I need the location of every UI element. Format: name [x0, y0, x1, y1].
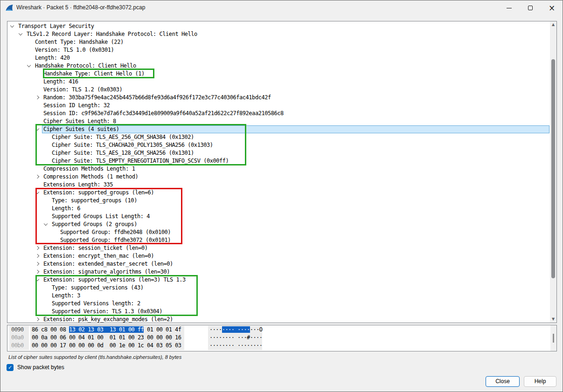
packet-detail-tree: Transport Layer SecurityTLSv1.2 Record L… [7, 22, 556, 323]
hex-bytes[interactable]: 00 00 00 17 00 00 00 0d 00 1e 00 1c 04 0… [32, 342, 181, 350]
tree-row-label: Length: 6 [52, 205, 80, 213]
tree-row[interactable]: Extension: encrypt_then_mac (len=0) [7, 252, 556, 260]
hex-bytes-selected[interactable]: 13 02 13 03 13 01 00 ff [69, 326, 144, 333]
hex-offset: 00a0 [11, 334, 24, 342]
tree-row[interactable]: Session ID Length: 32 [7, 102, 556, 110]
tree-row[interactable]: Cipher Suite: TLS_CHACHA20_POLY1305_SHA2… [7, 141, 556, 149]
tree-row[interactable]: Supported Groups List Length: 4 [7, 213, 556, 220]
tree-row[interactable]: Random: 303ba75f9e4ac245b4457b66d8fe93d6… [7, 94, 556, 102]
tree-row[interactable]: Compression Methods Length: 1 [7, 165, 556, 173]
scroll-up-icon[interactable]: ▲ [550, 21, 556, 28]
chevron-down-icon[interactable] [35, 277, 39, 281]
tree-row[interactable]: Length: 6 [7, 205, 556, 213]
tree-row[interactable]: Compression Methods (1 method) [7, 173, 556, 181]
tree-scrollbar-thumb[interactable] [551, 59, 555, 278]
tree-row[interactable]: TLSv1.2 Record Layer: Handshake Protocol… [7, 30, 556, 38]
tree-row[interactable]: Transport Layer Security [7, 22, 556, 30]
hex-bytes[interactable]: 86 c8 00 08 13 02 13 03 13 01 00 ff 01 0… [32, 326, 181, 334]
tree-row[interactable]: Handshake Type: Client Hello (1) [7, 70, 556, 78]
chevron-down-icon[interactable] [10, 24, 14, 28]
tree-row-label: Cipher Suite: TLS_CHACHA20_POLY1305_SHA2… [52, 141, 213, 149]
tree-row[interactable]: Type: supported_groups (10) [7, 197, 556, 205]
tree-row[interactable]: Version: TLS 1.0 (0x0301) [7, 46, 556, 54]
tree-row[interactable]: Supported Group: ffdhe2048 (0x0100) [7, 228, 556, 236]
ascii-bytes-plain[interactable]: ···O [250, 326, 263, 333]
hex-scrollbar-thumb[interactable] [553, 334, 554, 343]
hex-bytes-plain[interactable]: 01 00 01 4f [144, 326, 181, 333]
chevron-down-icon[interactable] [35, 190, 39, 194]
chevron-down-icon[interactable] [19, 32, 22, 35]
tree-row[interactable]: Cipher Suite: TLS_EMPTY_RENEGOTIATION_IN… [7, 157, 556, 165]
tree-row[interactable]: Length: 420 [7, 54, 556, 62]
tree-row[interactable]: Supported Group: ffdhe3072 (0x0101) [7, 236, 556, 244]
window-title: Wireshark · Packet 5 · ffdhe2048-or-ffdh… [16, 4, 145, 11]
packet-detail-pane[interactable]: Transport Layer SecurityTLSv1.2 Record L… [7, 21, 557, 323]
chevron-down-icon[interactable] [35, 127, 39, 131]
chevron-right-icon[interactable] [35, 254, 39, 258]
hex-row[interactable]: 00a000 0a 00 06 00 04 01 00 01 01 00 23 … [7, 334, 556, 342]
packet-bytes-pane[interactable]: 009086 c8 00 08 13 02 13 03 13 01 00 ff … [7, 325, 557, 351]
chevron-right-icon[interactable] [35, 262, 39, 266]
chevron-right-icon[interactable] [35, 246, 39, 250]
help-button[interactable]: Help [524, 376, 556, 387]
show-packet-bytes-label[interactable]: Show packet bytes [17, 364, 64, 371]
tree-row[interactable]: Type: supported_versions (43) [7, 284, 556, 292]
tree-row[interactable]: Extension: signature_algorithms (len=30) [7, 268, 556, 276]
hex-bytes-plain[interactable]: 86 c8 00 08 [32, 326, 69, 333]
tree-row[interactable]: Extension: psk_key_exchange_modes (len=2… [7, 316, 556, 323]
chevron-right-icon[interactable] [35, 270, 39, 274]
tree-row[interactable]: Extension: extended_master_secret (len=0… [7, 260, 556, 268]
ascii-bytes[interactable]: ········ ········ [209, 342, 262, 350]
tree-row[interactable]: Length: 416 [7, 78, 556, 86]
tree-row-label: Length: 3 [52, 292, 80, 300]
tree-row[interactable]: Session ID: c9f963e7d7a6fc3d3449d1e80900… [7, 110, 556, 117]
close-icon: × [549, 4, 555, 12]
hex-bytes-plain[interactable]: 00 00 00 17 00 00 00 0d 00 1e 00 1c 04 0… [32, 342, 181, 349]
chevron-right-icon[interactable] [35, 317, 39, 321]
tree-row[interactable]: Version: TLS 1.2 (0x0303) [7, 86, 556, 94]
tree-row[interactable]: Extension: session_ticket (len=0) [7, 244, 556, 252]
tree-row[interactable]: Content Type: Handshake (22) [7, 38, 556, 46]
tree-row-label: Supported Groups List Length: 4 [52, 213, 150, 220]
ascii-bytes-selected[interactable]: ···· ···· [222, 326, 250, 333]
tree-row[interactable]: Cipher Suites (4 suites) [7, 125, 556, 133]
window-close-button[interactable]: × [541, 0, 563, 15]
tree-row[interactable]: Supported Versions length: 2 [7, 300, 556, 308]
tree-row[interactable]: Extension: supported_groups (len=6) [7, 189, 556, 197]
maximize-button[interactable] [520, 0, 541, 15]
tree-row[interactable]: Supported Groups (2 groups) [7, 220, 556, 228]
hex-row[interactable]: 009086 c8 00 08 13 02 13 03 13 01 00 ff … [7, 326, 556, 334]
ascii-bytes[interactable]: ········ ·······O [209, 326, 262, 334]
tree-row[interactable]: Cipher Suite: TLS_AES_128_GCM_SHA256 (0x… [7, 149, 556, 157]
tree-row-label: Cipher Suite: TLS_AES_128_GCM_SHA256 (0x… [52, 149, 194, 157]
tree-row-label: Cipher Suite: TLS_AES_256_GCM_SHA384 (0x… [52, 133, 194, 141]
ascii-bytes-plain[interactable]: ········ ········ [209, 342, 262, 349]
chevron-right-icon[interactable] [35, 96, 39, 99]
tree-scrollbar[interactable]: ▲ ▼ [550, 21, 556, 323]
show-packet-bytes-checkbox[interactable]: ✓ [7, 364, 14, 371]
tree-row[interactable]: Supported Version: TLS 1.3 (0x0304) [7, 308, 556, 316]
tree-row[interactable]: Handshake Protocol: Client Hello [7, 62, 556, 70]
tree-row-label: Supported Version: TLS 1.3 (0x0304) [52, 308, 162, 316]
tree-row[interactable]: Cipher Suite: TLS_AES_256_GCM_SHA384 (0x… [7, 133, 556, 141]
tree-row-label: Handshake Protocol: Client Hello [35, 62, 136, 70]
hex-bytes-plain[interactable]: 00 0a 00 06 00 04 01 00 01 01 00 23 00 0… [32, 334, 181, 341]
ascii-bytes-plain[interactable]: ···· [209, 326, 222, 333]
chevron-down-icon[interactable] [44, 222, 48, 226]
tree-row-label: Extension: supported_groups (len=6) [43, 189, 154, 197]
hex-row[interactable]: 00b000 00 00 17 00 00 00 0d 00 1e 00 1c … [7, 342, 556, 350]
tree-row-label: Extension: extended_master_secret (len=0… [43, 260, 173, 268]
minimize-button[interactable] [498, 0, 520, 15]
tree-row[interactable]: Length: 3 [7, 292, 556, 300]
hex-scrollbar[interactable] [550, 325, 556, 351]
ascii-bytes-plain[interactable]: ········ ···#···· [209, 334, 262, 341]
chevron-right-icon[interactable] [35, 175, 39, 179]
tree-row[interactable]: Extension: supported_versions (len=3) TL… [7, 276, 556, 284]
ascii-bytes[interactable]: ········ ···#···· [209, 334, 262, 342]
tree-row[interactable]: Extensions Length: 335 [7, 181, 556, 189]
chevron-down-icon[interactable] [27, 63, 31, 67]
hex-bytes[interactable]: 00 0a 00 06 00 04 01 00 01 01 00 23 00 0… [32, 334, 181, 342]
tree-row[interactable]: Cipher Suites Length: 8 [7, 117, 556, 125]
close-button[interactable]: Close [486, 376, 520, 387]
scroll-down-icon[interactable]: ▼ [550, 316, 556, 323]
